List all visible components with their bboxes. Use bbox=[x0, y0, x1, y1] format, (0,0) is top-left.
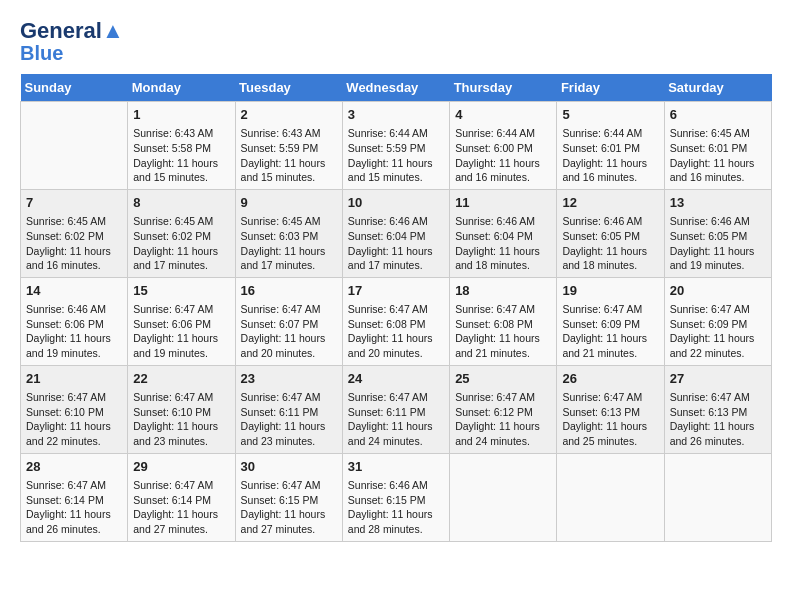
calendar-cell: 8Sunrise: 6:45 AMSunset: 6:02 PMDaylight… bbox=[128, 189, 235, 277]
day-number: 6 bbox=[670, 106, 766, 124]
calendar-cell bbox=[21, 102, 128, 190]
week-row-5: 28Sunrise: 6:47 AMSunset: 6:14 PMDayligh… bbox=[21, 453, 772, 541]
day-number: 16 bbox=[241, 282, 337, 300]
day-number: 13 bbox=[670, 194, 766, 212]
day-info: Sunset: 6:15 PM bbox=[241, 493, 337, 508]
calendar-cell: 11Sunrise: 6:46 AMSunset: 6:04 PMDayligh… bbox=[450, 189, 557, 277]
calendar-cell: 31Sunrise: 6:46 AMSunset: 6:15 PMDayligh… bbox=[342, 453, 449, 541]
day-info: Daylight: 11 hours and 20 minutes. bbox=[348, 331, 444, 360]
week-row-1: 1Sunrise: 6:43 AMSunset: 5:58 PMDaylight… bbox=[21, 102, 772, 190]
calendar-cell: 13Sunrise: 6:46 AMSunset: 6:05 PMDayligh… bbox=[664, 189, 771, 277]
day-number: 2 bbox=[241, 106, 337, 124]
day-info: Daylight: 11 hours and 23 minutes. bbox=[241, 419, 337, 448]
day-info: Sunset: 6:00 PM bbox=[455, 141, 551, 156]
day-info: Sunset: 6:10 PM bbox=[133, 405, 229, 420]
calendar-cell: 3Sunrise: 6:44 AMSunset: 5:59 PMDaylight… bbox=[342, 102, 449, 190]
day-info: Sunrise: 6:44 AM bbox=[562, 126, 658, 141]
day-info: Sunrise: 6:46 AM bbox=[670, 214, 766, 229]
day-info: Sunset: 6:04 PM bbox=[348, 229, 444, 244]
day-info: Sunrise: 6:47 AM bbox=[241, 302, 337, 317]
day-number: 19 bbox=[562, 282, 658, 300]
day-info: Sunset: 5:58 PM bbox=[133, 141, 229, 156]
day-info: Sunrise: 6:43 AM bbox=[133, 126, 229, 141]
calendar-cell: 7Sunrise: 6:45 AMSunset: 6:02 PMDaylight… bbox=[21, 189, 128, 277]
day-info: Sunset: 6:14 PM bbox=[133, 493, 229, 508]
day-info: Sunrise: 6:47 AM bbox=[133, 478, 229, 493]
calendar-cell: 16Sunrise: 6:47 AMSunset: 6:07 PMDayligh… bbox=[235, 277, 342, 365]
col-header-thursday: Thursday bbox=[450, 74, 557, 102]
day-number: 23 bbox=[241, 370, 337, 388]
calendar-cell: 25Sunrise: 6:47 AMSunset: 6:12 PMDayligh… bbox=[450, 365, 557, 453]
day-info: Sunrise: 6:45 AM bbox=[26, 214, 122, 229]
calendar-cell: 10Sunrise: 6:46 AMSunset: 6:04 PMDayligh… bbox=[342, 189, 449, 277]
day-number: 9 bbox=[241, 194, 337, 212]
calendar-cell bbox=[557, 453, 664, 541]
day-info: Sunrise: 6:47 AM bbox=[241, 478, 337, 493]
day-info: Sunrise: 6:45 AM bbox=[241, 214, 337, 229]
week-row-2: 7Sunrise: 6:45 AMSunset: 6:02 PMDaylight… bbox=[21, 189, 772, 277]
calendar-cell: 30Sunrise: 6:47 AMSunset: 6:15 PMDayligh… bbox=[235, 453, 342, 541]
day-info: Sunrise: 6:47 AM bbox=[26, 478, 122, 493]
day-info: Daylight: 11 hours and 24 minutes. bbox=[348, 419, 444, 448]
day-info: Daylight: 11 hours and 26 minutes. bbox=[26, 507, 122, 536]
day-number: 3 bbox=[348, 106, 444, 124]
calendar-cell: 24Sunrise: 6:47 AMSunset: 6:11 PMDayligh… bbox=[342, 365, 449, 453]
col-header-sunday: Sunday bbox=[21, 74, 128, 102]
day-info: Sunrise: 6:45 AM bbox=[670, 126, 766, 141]
calendar-cell: 4Sunrise: 6:44 AMSunset: 6:00 PMDaylight… bbox=[450, 102, 557, 190]
day-info: Daylight: 11 hours and 21 minutes. bbox=[455, 331, 551, 360]
day-info: Sunrise: 6:47 AM bbox=[455, 390, 551, 405]
day-number: 8 bbox=[133, 194, 229, 212]
day-info: Sunrise: 6:46 AM bbox=[26, 302, 122, 317]
day-info: Daylight: 11 hours and 23 minutes. bbox=[133, 419, 229, 448]
day-number: 14 bbox=[26, 282, 122, 300]
day-info: Sunset: 6:09 PM bbox=[670, 317, 766, 332]
calendar-cell: 19Sunrise: 6:47 AMSunset: 6:09 PMDayligh… bbox=[557, 277, 664, 365]
calendar-cell: 20Sunrise: 6:47 AMSunset: 6:09 PMDayligh… bbox=[664, 277, 771, 365]
day-info: Sunrise: 6:46 AM bbox=[348, 214, 444, 229]
day-info: Sunrise: 6:43 AM bbox=[241, 126, 337, 141]
day-info: Sunrise: 6:44 AM bbox=[455, 126, 551, 141]
day-number: 28 bbox=[26, 458, 122, 476]
day-number: 30 bbox=[241, 458, 337, 476]
day-info: Sunset: 6:01 PM bbox=[670, 141, 766, 156]
calendar-cell: 29Sunrise: 6:47 AMSunset: 6:14 PMDayligh… bbox=[128, 453, 235, 541]
calendar-cell: 26Sunrise: 6:47 AMSunset: 6:13 PMDayligh… bbox=[557, 365, 664, 453]
day-number: 5 bbox=[562, 106, 658, 124]
day-info: Daylight: 11 hours and 27 minutes. bbox=[133, 507, 229, 536]
day-number: 26 bbox=[562, 370, 658, 388]
calendar-cell bbox=[450, 453, 557, 541]
day-info: Sunset: 6:08 PM bbox=[348, 317, 444, 332]
day-info: Sunrise: 6:47 AM bbox=[455, 302, 551, 317]
col-header-wednesday: Wednesday bbox=[342, 74, 449, 102]
calendar-cell: 5Sunrise: 6:44 AMSunset: 6:01 PMDaylight… bbox=[557, 102, 664, 190]
day-info: Daylight: 11 hours and 28 minutes. bbox=[348, 507, 444, 536]
day-info: Sunrise: 6:47 AM bbox=[133, 390, 229, 405]
day-info: Daylight: 11 hours and 27 minutes. bbox=[241, 507, 337, 536]
day-info: Sunrise: 6:46 AM bbox=[348, 478, 444, 493]
day-number: 7 bbox=[26, 194, 122, 212]
day-info: Sunset: 6:08 PM bbox=[455, 317, 551, 332]
day-info: Sunrise: 6:47 AM bbox=[26, 390, 122, 405]
day-info: Daylight: 11 hours and 17 minutes. bbox=[241, 244, 337, 273]
day-info: Sunset: 6:06 PM bbox=[26, 317, 122, 332]
day-info: Daylight: 11 hours and 18 minutes. bbox=[562, 244, 658, 273]
col-header-saturday: Saturday bbox=[664, 74, 771, 102]
day-info: Daylight: 11 hours and 15 minutes. bbox=[348, 156, 444, 185]
day-info: Sunrise: 6:47 AM bbox=[348, 390, 444, 405]
day-info: Sunrise: 6:45 AM bbox=[133, 214, 229, 229]
calendar-cell: 21Sunrise: 6:47 AMSunset: 6:10 PMDayligh… bbox=[21, 365, 128, 453]
day-number: 22 bbox=[133, 370, 229, 388]
week-row-4: 21Sunrise: 6:47 AMSunset: 6:10 PMDayligh… bbox=[21, 365, 772, 453]
day-info: Sunrise: 6:46 AM bbox=[562, 214, 658, 229]
day-info: Daylight: 11 hours and 15 minutes. bbox=[241, 156, 337, 185]
day-info: Daylight: 11 hours and 22 minutes. bbox=[670, 331, 766, 360]
calendar-cell: 18Sunrise: 6:47 AMSunset: 6:08 PMDayligh… bbox=[450, 277, 557, 365]
calendar-cell bbox=[664, 453, 771, 541]
day-info: Sunset: 6:05 PM bbox=[562, 229, 658, 244]
day-info: Sunrise: 6:47 AM bbox=[670, 302, 766, 317]
day-info: Daylight: 11 hours and 17 minutes. bbox=[348, 244, 444, 273]
day-info: Daylight: 11 hours and 25 minutes. bbox=[562, 419, 658, 448]
calendar-cell: 2Sunrise: 6:43 AMSunset: 5:59 PMDaylight… bbox=[235, 102, 342, 190]
day-info: Daylight: 11 hours and 16 minutes. bbox=[562, 156, 658, 185]
